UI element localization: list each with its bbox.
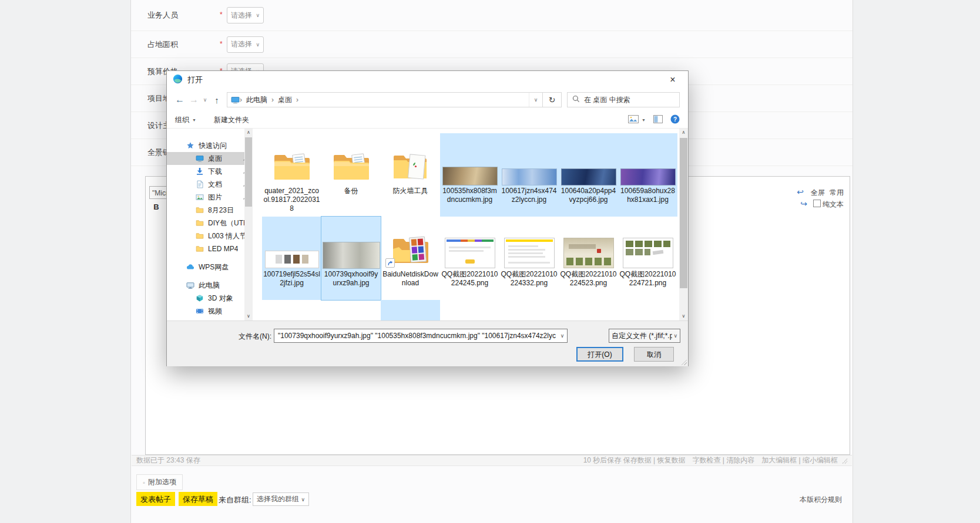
- desktop-location-icon: [231, 96, 240, 104]
- sidebar-item[interactable]: 快速访问: [167, 139, 253, 152]
- please-choose-select[interactable]: 请选择∨: [227, 36, 264, 53]
- sidebar-item[interactable]: LED MP4: [167, 242, 253, 255]
- sidebar-item-label: 下载: [208, 167, 222, 177]
- scroll-up-icon[interactable]: ∧: [244, 129, 253, 137]
- new-folder-button[interactable]: 新建文件夹: [214, 115, 249, 125]
- file-tile-image[interactable]: 100617jzn4sx474z2lyccn.jpg: [499, 133, 559, 217]
- refresh-button[interactable]: ↻: [543, 92, 562, 107]
- filename-input[interactable]: "100739qxhooif9yurxz9ah.jpg" "100535hx80…: [274, 329, 568, 343]
- file-tile-folder[interactable]: BaiduNetdiskDownload: [381, 217, 440, 300]
- view-dropdown-icon[interactable]: ▼: [642, 118, 646, 122]
- cancel-button[interactable]: 取消: [634, 347, 674, 362]
- group-select-value: 选择我的群组: [257, 494, 299, 504]
- file-tile-image[interactable]: QQ截图20221010224332.png: [499, 217, 559, 300]
- chevron-down-icon: ∨: [256, 12, 260, 18]
- autosave-actions[interactable]: 10 秒后保存 保存数据 | 恢复数据 字数检查 | 清除内容 加大编辑框 | …: [583, 455, 838, 465]
- sidebar-item[interactable]: WPS网盘: [167, 261, 253, 274]
- sidebar-item[interactable]: 文档: [167, 178, 253, 191]
- address-dropdown-icon[interactable]: ∨: [529, 93, 542, 107]
- autosave-statusbar: 数据已于 23:43 保存 10 秒后保存 保存数据 | 恢复数据 字数检查 |…: [132, 455, 852, 466]
- dialog-title: 打开: [187, 75, 203, 85]
- star-icon: [186, 141, 194, 150]
- file-tile-image[interactable]: 100719efjl52s54sl2jfzi.jpg: [262, 217, 321, 300]
- file-grid-scrollbar[interactable]: ∧ ∨: [679, 129, 688, 320]
- sidebar-item[interactable]: 此电脑: [167, 279, 253, 292]
- close-icon[interactable]: ×: [663, 75, 682, 85]
- file-tile-partial[interactable]: [381, 300, 440, 320]
- help-icon[interactable]: ?: [670, 114, 680, 126]
- file-label: 100739qxhooif9yurxz9ah.jpg: [323, 270, 380, 288]
- group-select[interactable]: 选择我的群组 ∨: [253, 492, 309, 506]
- file-tile-image[interactable]: QQ截图20221010224523.png: [559, 217, 618, 300]
- field-label: 占地面积: [147, 39, 178, 50]
- file-label: 100617jzn4sx474z2lyccn.jpg: [501, 187, 558, 204]
- sidebar-item[interactable]: DIY包（UTF-8）: [167, 217, 253, 230]
- post-thread-button[interactable]: 发表帖子: [136, 492, 175, 506]
- filename-dropdown-icon[interactable]: ∨: [557, 329, 568, 343]
- file-tile-folder[interactable]: quater_2021_zcool.91817.20220318: [262, 133, 321, 217]
- folder-icon: [391, 151, 430, 185]
- scroll-down-icon[interactable]: ∨: [679, 312, 688, 320]
- from-group-label: 来自群组:: [219, 495, 251, 505]
- common-tab[interactable]: 常用: [830, 188, 844, 197]
- cube-icon: [195, 294, 204, 303]
- open-button[interactable]: 打开(O): [576, 347, 623, 362]
- image-thumbnail: [621, 169, 675, 185]
- file-tile-image[interactable]: 100739qxhooif9yurxz9ah.jpg: [321, 217, 381, 300]
- file-tile-image[interactable]: 100640a20p4pp4vyzpcj66.jpg: [559, 133, 618, 217]
- up-button[interactable]: ↑: [209, 95, 224, 105]
- bold-button[interactable]: B: [150, 203, 162, 211]
- sidebar-item-label: WPS网盘: [199, 262, 229, 272]
- document-icon: [195, 180, 204, 189]
- plaintext-checkbox[interactable]: [813, 200, 821, 207]
- scroll-up-icon[interactable]: ∧: [679, 129, 688, 137]
- image-thumbnail: [504, 238, 555, 268]
- scrollbar-thumb[interactable]: [680, 138, 687, 288]
- sidebar-item[interactable]: 桌面: [167, 152, 253, 165]
- thumbnail-view-icon[interactable]: [628, 115, 639, 125]
- chevron-down-icon: ∨: [301, 497, 305, 502]
- breadcrumb-this-pc[interactable]: 此电脑: [242, 95, 271, 105]
- svg-text:?: ?: [673, 116, 677, 122]
- chevron-down-icon: ∨: [673, 333, 677, 339]
- sidebar-item-label: 3D 对象: [208, 293, 233, 303]
- organize-menu[interactable]: 组织 ▼: [175, 115, 196, 125]
- address-bar[interactable]: › 此电脑 › 桌面 › ∨: [227, 92, 543, 107]
- dialog-titlebar[interactable]: 打开 ×: [167, 71, 688, 88]
- save-draft-button[interactable]: 保存草稿: [179, 492, 217, 506]
- file-tile-image[interactable]: QQ截图20221010224245.png: [440, 217, 499, 300]
- file-tile-image[interactable]: 100535hx808f3mdncucmkm.jpg: [440, 133, 499, 217]
- sidebar-item[interactable]: 下载: [167, 165, 253, 178]
- sidebar-scrollbar[interactable]: ∧ ∨: [244, 129, 253, 320]
- sidebar-item[interactable]: 8月23日: [167, 204, 253, 217]
- fullscreen-button[interactable]: 全屏: [811, 188, 825, 197]
- file-label: QQ截图20221010224332.png: [501, 270, 558, 288]
- file-tile-image[interactable]: 100659a8ohux28hx81xax1.jpg: [618, 133, 677, 217]
- sidebar-item[interactable]: 图片: [167, 191, 253, 204]
- computer-icon: [186, 281, 194, 290]
- breadcrumb-desktop[interactable]: 桌面: [274, 95, 296, 105]
- filetype-select[interactable]: 自定义文件 (*.jfif;*.pjpeg;*.jpe ∨: [609, 329, 680, 343]
- resize-grip-icon[interactable]: [680, 359, 687, 365]
- search-box[interactable]: 在 桌面 中搜索: [567, 92, 680, 107]
- file-label: 100535hx808f3mdncucmkm.jpg: [441, 187, 498, 204]
- extra-options-toggle[interactable]: ◦ 附加选项: [136, 474, 183, 490]
- file-label: QQ截图20221010224523.png: [560, 270, 617, 288]
- form-row: 业务人员*请选择∨: [131, 0, 853, 31]
- history-dropdown-icon[interactable]: ∨: [201, 97, 209, 103]
- file-tile-folder[interactable]: 备份: [321, 133, 381, 217]
- sidebar-item[interactable]: L003 情人节竖版: [167, 230, 253, 242]
- preview-pane-icon[interactable]: [653, 115, 663, 125]
- file-tile-image[interactable]: QQ截图20221010224721.png: [618, 217, 677, 300]
- points-rules-link[interactable]: 本版积分规则: [800, 495, 842, 505]
- scrollbar-thumb[interactable]: [245, 137, 252, 207]
- sidebar-item[interactable]: 视频: [167, 305, 253, 318]
- resize-grip-icon[interactable]: [841, 458, 847, 464]
- back-button[interactable]: ←: [173, 95, 187, 105]
- sidebar-item-label: 视频: [208, 306, 222, 316]
- sidebar-item[interactable]: 3D 对象: [167, 292, 253, 305]
- scroll-down-icon[interactable]: ∨: [244, 312, 253, 320]
- please-choose-select[interactable]: 请选择∨: [227, 7, 264, 23]
- file-tile-folder[interactable]: 防火墙工具: [381, 133, 440, 217]
- sidebar-item-label: 图片: [208, 193, 222, 203]
